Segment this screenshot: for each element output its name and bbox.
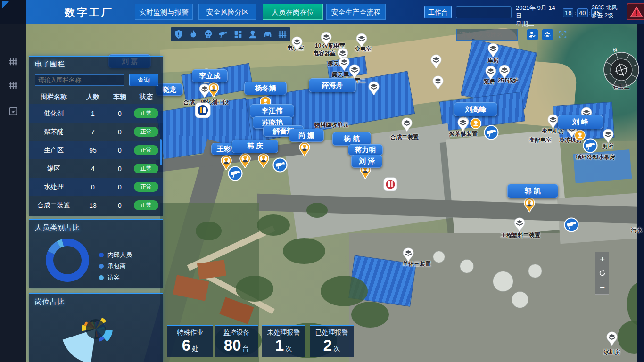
person-name-tag[interactable]: 杨冬娟 [244,82,287,95]
electronic-fence-panel: 电子围栏 查询 围栏名称人数车辆状态 催化剂10正常聚苯醚70正常生产区950正… [29,56,163,216]
clock-minutes: 40 [577,8,587,17]
tab-4[interactable]: 安全生产全流程 [326,4,386,20]
person-name-tag[interactable]: 薛海舟 [309,78,356,92]
legend-item: 访客 [99,273,132,282]
person-name-tag[interactable]: 刘 泽 [351,155,382,168]
person-name-tag[interactable]: 尚 姗 [289,129,324,142]
stat-card: 特殊作业6处 [167,325,213,357]
stat-unit: 处 [192,345,198,352]
status-badge: 正常 [134,182,158,192]
fence-status: 正常 [132,145,160,155]
cctv-icon[interactable] [218,29,228,40]
status-badge: 正常 [134,200,158,210]
fence-name: 催化剂 [29,109,78,118]
fence-query-button[interactable]: 查询 [129,74,158,86]
flame-icon[interactable] [188,29,198,40]
legend-dot [99,264,104,269]
grid-icon[interactable] [233,29,243,40]
fence-name: 罐区 [29,165,78,173]
person-name-tag[interactable]: 蒋力明 [348,144,383,156]
legend-label: 访客 [107,273,120,282]
fence-table-row[interactable]: 合成二装置130正常 [29,196,163,214]
skull-icon[interactable] [203,29,214,40]
fence-people-count: 13 [78,202,107,209]
fence-panel-title: 电子围栏 [29,57,163,71]
person-name-tag[interactable]: 刘 峰 [558,115,603,129]
zoom-in-button[interactable]: + [595,252,609,266]
fence-icon[interactable] [8,57,18,67]
stat-unit: 次 [333,345,340,352]
logbook-icon[interactable] [8,106,18,116]
fence-vehicle-count: 0 [107,183,132,191]
compass-north-label: N [612,47,618,54]
fence-vehicle-count: 0 [107,202,132,209]
weather-wind-dir: 北风 [606,4,617,12]
stat-value: 2次 [310,337,354,357]
person-name-tag[interactable]: 杨 航 [332,132,371,146]
fence-people-count: 1 [78,110,107,117]
fence-people-count: 7 [78,128,107,136]
fence-status: 正常 [132,127,160,137]
person-name-tag[interactable]: 郭 凯 [507,184,558,198]
worker-icon[interactable] [248,29,258,40]
refresh-button[interactable] [595,266,609,280]
person-name-tag[interactable]: 刘高峰 [454,102,497,116]
compass-control[interactable]: N [600,47,643,90]
person-name-tag[interactable]: 李江伟 [250,104,294,118]
weather-temp: 26℃ [592,4,604,12]
page-title: 数字工厂 [65,6,114,20]
legend-label: 内部人员 [107,251,132,259]
people-icon[interactable] [542,29,553,40]
date-display: 2021年 9月 14日 星期二 [516,4,561,28]
fence-table-row[interactable]: 罐区40正常 [29,159,163,178]
tab-3[interactable]: 人员在岗在位 [263,4,323,20]
stat-card: 监控设备80台 [215,325,258,357]
fence-table-row[interactable]: 生产区950正常 [29,141,163,159]
tab-2[interactable]: 安全风险分区 [198,4,256,20]
map-layer-toolbar [171,27,290,41]
stat-value: 1次 [262,337,305,357]
fence-table-row[interactable]: 水处理00正常 [29,178,163,196]
fence-name: 合成二装置 [29,201,78,210]
fence-status: 正常 [132,182,160,192]
header-search-input[interactable] [456,6,512,18]
workbench-button[interactable]: 工作台 [424,6,452,18]
refresh-icon [598,269,606,277]
legend-dot [99,275,104,280]
fence-status: 正常 [132,164,160,173]
fence-vehicle-count: 0 [107,128,132,136]
status-badge: 正常 [134,164,158,173]
alarm-button[interactable] [627,3,644,20]
shield-alert-icon[interactable] [173,29,184,40]
fence-people-count: 4 [78,165,107,173]
person-name-tag[interactable]: 韩 庆 [232,140,278,153]
person-search-input[interactable] [456,29,518,41]
fence-table-scrollbar[interactable] [160,139,162,165]
fence-icon[interactable] [8,80,18,90]
top-header-bar: 数字工厂 工作台 2021年 9月 14日 星期二 16:40:45 26℃ 北… [26,0,644,24]
zoom-out-button[interactable]: − [595,280,609,295]
legend-item: 承包商 [99,262,132,271]
person-check-icon[interactable] [527,29,538,40]
fence-name: 水处理 [29,183,78,191]
stat-unit: 次 [285,345,292,352]
legend-dot [99,253,104,257]
fence-col-header: 状态 [132,93,160,101]
fence-table-row[interactable]: 聚苯醚70正常 [29,123,163,141]
fence-table-body: 催化剂10正常聚苯醚70正常生产区950正常罐区40正常水处理00正常合成二装置… [29,104,163,214]
legend-item: 内部人员 [99,251,132,259]
stat-card: 未处理报警1次 [262,325,305,357]
map-zoom-controls: + − [595,252,609,295]
stat-unit: 台 [242,345,249,352]
car-icon[interactable] [263,29,273,40]
fence-icon[interactable] [277,29,288,40]
legend-label: 承包商 [107,262,126,271]
fence-search-input[interactable] [35,74,124,86]
fence-table-row[interactable]: 催化剂10正常 [29,104,163,123]
fence-status: 正常 [132,200,160,210]
tab-1[interactable]: 实时监测与报警 [135,4,193,20]
person-category-panel: 人员类别占比 内部人员承包商访客 [29,219,163,288]
person-name-tag[interactable]: 李立成 [192,69,228,82]
fence-people-count: 95 [78,147,107,154]
area-select-icon[interactable] [557,29,568,40]
